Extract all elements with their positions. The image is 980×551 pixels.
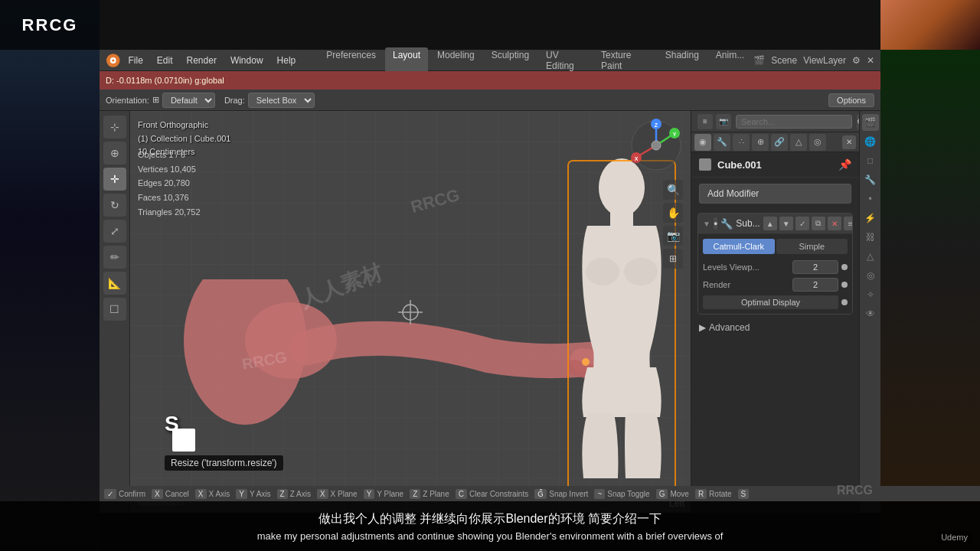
options-button[interactable]: Options (828, 93, 874, 107)
rotate-tool[interactable]: ↻ (103, 194, 126, 217)
rotate-key[interactable]: R (695, 489, 707, 499)
render-icon[interactable]: 📷 (716, 114, 731, 129)
menu-edit[interactable]: Edit (151, 53, 179, 68)
scale-tool[interactable]: ⤢ (103, 220, 126, 243)
snap-invert-label: Snap Invert (549, 490, 588, 498)
data-icon[interactable]: △ (790, 134, 807, 151)
material-icon[interactable]: ◎ (809, 134, 826, 151)
scene-label[interactable]: Scene (771, 55, 797, 66)
tab-sculpting[interactable]: Sculpting (484, 47, 537, 73)
modifier-icon[interactable]: 🔧 (714, 134, 730, 151)
z-key[interactable]: Z (277, 489, 288, 499)
mod-visibility-check[interactable]: ▼ (703, 220, 710, 228)
grid-view-icon[interactable]: ⊞ (663, 249, 683, 269)
tab-preferences[interactable]: Preferences (318, 47, 384, 73)
data-props-icon[interactable]: △ (862, 248, 879, 265)
mod-menu-icon[interactable]: ≡ (844, 217, 853, 230)
toolbar-bar: Orientation: ⊞ Default Drag: Select Box … (100, 90, 880, 111)
tab-shading[interactable]: Shading (658, 47, 707, 73)
add-modifier-button[interactable]: Add Modifier (699, 184, 851, 204)
panel-close-icon[interactable]: ✕ (842, 135, 856, 149)
panel-search-input[interactable] (736, 115, 852, 129)
mod-copy-icon[interactable]: ⧉ (812, 217, 825, 230)
levels-viewport-value[interactable]: 2 (792, 260, 838, 274)
mod-delete-icon[interactable]: ✕ (828, 217, 841, 230)
scene-options-icon[interactable]: ⚙ (852, 55, 861, 66)
scene-properties-icon[interactable]: 🎬 (862, 114, 879, 131)
snap-invert-key[interactable]: G̃ (534, 489, 547, 499)
object-icon[interactable]: ◉ (694, 134, 711, 151)
confirm-key[interactable]: ✓ (104, 489, 116, 499)
tab-simple[interactable]: Simple (776, 239, 848, 254)
modifier-name[interactable]: Sub... (736, 218, 760, 229)
optimal-display-label[interactable]: Optimal Display (703, 295, 838, 309)
drag-select[interactable]: Select Box (248, 93, 315, 108)
tab-texture-paint[interactable]: Texture Paint (593, 47, 656, 73)
move-tool[interactable]: ⊕ (103, 142, 126, 165)
menu-file[interactable]: File (122, 53, 149, 68)
advanced-toggle[interactable]: ▶ Advanced (699, 322, 851, 333)
right-panel: ≡ 📷 ⚙ + ◉ 🔧 ∴ ⊕ 🔗 △ ◎ ✕ (691, 111, 859, 513)
y-plane-key[interactable]: Y (364, 489, 375, 499)
cancel-key[interactable]: X (152, 489, 163, 499)
levels-viewport-row: Levels Viewp... 2 (703, 260, 848, 274)
blender-logo-icon[interactable] (106, 53, 120, 68)
mod-apply-icon[interactable]: ✓ (795, 217, 809, 230)
zoom-icon[interactable]: 🔍 (663, 180, 683, 200)
physics-props-icon[interactable]: ⚡ (862, 210, 879, 227)
camera-icon[interactable]: 📷 (663, 226, 683, 246)
tab-anim[interactable]: Anim... (708, 47, 752, 73)
menu-window[interactable]: Window (224, 53, 270, 68)
visibility-icon[interactable]: 👁 (862, 305, 879, 322)
viewlayer-label[interactable]: ViewLayer (803, 55, 846, 66)
move-key[interactable]: G (656, 489, 668, 499)
measure-tool[interactable]: 📐 (103, 272, 126, 295)
menu-help[interactable]: Help (271, 53, 302, 68)
object-name[interactable]: Cube.001 (717, 159, 832, 171)
annotate-tool[interactable]: ✏ (103, 246, 126, 269)
box-select-tool[interactable]: ☐ (103, 298, 126, 321)
pin-icon[interactable]: 📌 (838, 158, 851, 171)
blender-ui: File Edit Render Window Help Preferences… (100, 50, 880, 513)
tab-uv-editing[interactable]: UV Editing (538, 47, 592, 73)
tab-catmull-clark[interactable]: Catmull-Clark (703, 239, 775, 254)
object-props-icon[interactable]: □ (862, 152, 879, 169)
c-key[interactable]: C (456, 489, 467, 499)
x-key[interactable]: X (195, 489, 207, 499)
constraint-icon[interactable]: 🔗 (771, 134, 788, 151)
nav-gizmo[interactable]: Z Y X (629, 119, 683, 172)
cursor-tool[interactable]: ⊹ (103, 116, 126, 139)
material-props-icon[interactable]: ◎ (862, 267, 879, 284)
mod-down-icon[interactable]: ▼ (779, 217, 793, 230)
orientation-icon: ⊞ (152, 95, 159, 105)
render-value[interactable]: 2 (792, 278, 838, 292)
particle-icon[interactable]: ∴ (733, 134, 750, 151)
transform-tool[interactable]: ✛ (103, 168, 126, 191)
particles-props-icon[interactable]: • (862, 191, 879, 207)
tab-modeling[interactable]: Modeling (430, 47, 482, 73)
menu-render[interactable]: Render (181, 53, 223, 68)
viewport[interactable]: Front Orthographic (1) Collection | Cube… (130, 111, 691, 513)
physics-icon[interactable]: ⊕ (752, 134, 769, 151)
close-icon[interactable]: ✕ (867, 55, 874, 66)
shader-icon[interactable]: ✧ (862, 286, 879, 303)
outliner-icon[interactable]: ≡ (697, 114, 713, 129)
rrcg-logo: RRCG (22, 15, 78, 35)
render-dot (841, 282, 848, 288)
orientation-select[interactable]: Default (162, 93, 215, 108)
modifier-props-icon[interactable]: 🔧 (862, 171, 879, 188)
optimal-display-dot (841, 299, 848, 305)
move-label: Move (670, 490, 688, 498)
snap-toggle-key[interactable]: ~ (594, 489, 605, 499)
scale-key[interactable]: S (738, 489, 750, 499)
world-icon[interactable]: 🌐 (862, 133, 879, 150)
z-plane-key[interactable]: Z (410, 489, 420, 499)
y-key[interactable]: Y (236, 489, 247, 499)
tab-layout[interactable]: Layout (385, 47, 428, 73)
mod-render-check[interactable]: ● (714, 217, 717, 230)
constraints-props-icon[interactable]: ⛓ (862, 229, 879, 246)
mod-up-icon[interactable]: ▲ (763, 217, 777, 230)
pan-icon[interactable]: ✋ (663, 203, 683, 223)
clear-label: Clear Constraints (469, 490, 528, 498)
x-plane-key[interactable]: X (317, 489, 328, 499)
